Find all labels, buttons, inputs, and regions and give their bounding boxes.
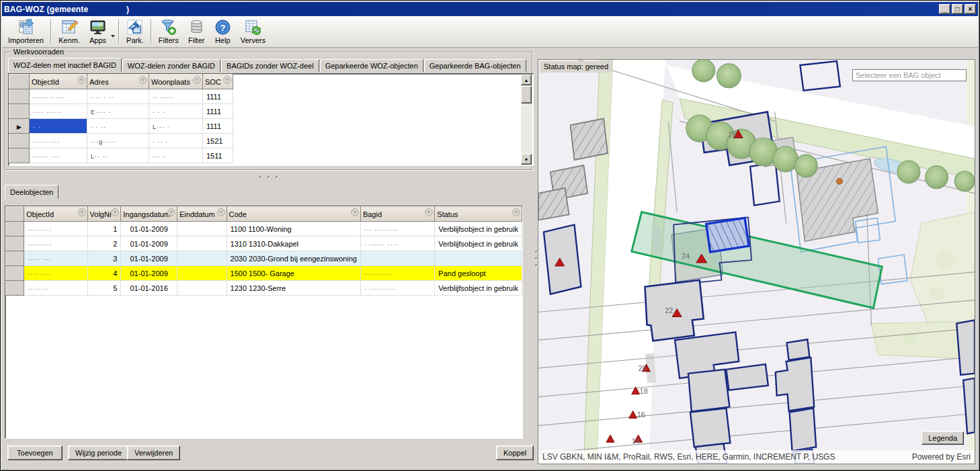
- scroll-down-icon[interactable]: ▼: [521, 154, 532, 165]
- arrow-up-right-icon: [126, 19, 143, 36]
- tab-geparkeerde-woz-objecten[interactable]: Geparkeerde WOZ-objecten: [320, 59, 423, 72]
- column-header-soc[interactable]: SOC: [203, 75, 233, 89]
- column-filter-icon[interactable]: [193, 76, 201, 84]
- table-pencil-icon: [61, 19, 78, 36]
- table-row[interactable]: ········· 2 01-01-2009 1310 1310-Dakkape…: [6, 237, 522, 251]
- column-filter-icon[interactable]: [78, 208, 86, 216]
- table-row[interactable]: ······ ··· L·· ·· ··· · 1511: [9, 148, 233, 163]
- map-attribution: LSV GBKN, MIN I&M, ProRail, RWS, Esri, H…: [538, 450, 975, 464]
- filters-button[interactable]: Filters: [154, 17, 183, 46]
- monitor-icon: [89, 19, 106, 36]
- column-header-status[interactable]: Status: [435, 207, 522, 222]
- svg-text:24: 24: [682, 252, 690, 260]
- column-header-einddatum[interactable]: Einddatum: [177, 207, 227, 222]
- table-row[interactable]: ········· 1 01-01-2009 1100 1100-Woning …: [6, 222, 522, 237]
- table-row[interactable]: ········ 5 01-01-2016 1230 1230-Serre · …: [6, 281, 522, 296]
- column-header-woonplaats[interactable]: Woonplaats: [149, 75, 203, 89]
- column-filter-icon[interactable]: [425, 208, 433, 216]
- close-button[interactable]: ×: [965, 4, 976, 14]
- table-row-highlighted[interactable]: ···· ···· 4 01-01-2009 1500 1500- Garage…: [6, 266, 522, 281]
- apps-dropdown-icon[interactable]: [111, 35, 115, 38]
- horizontal-splitter[interactable]: [5, 174, 532, 179]
- werkvoorraden-grid: ObjectId Adres Woonplaats SOC ·····: [8, 73, 534, 166]
- window-title: BAG-WOZ (gemeente ): [4, 5, 129, 14]
- column-filter-icon[interactable]: [167, 208, 175, 216]
- title-bar[interactable]: BAG-WOZ (gemeente ) _ □ ×: [2, 2, 978, 16]
- column-header-objectid[interactable]: ObjectId: [24, 207, 87, 222]
- svg-text:22: 22: [665, 306, 673, 314]
- bag-object-search-input[interactable]: [852, 69, 967, 81]
- toolbar-button-label: Filter: [188, 36, 204, 44]
- legenda-button[interactable]: Legenda: [922, 431, 964, 445]
- parkeren-button[interactable]: Park.: [122, 17, 149, 46]
- column-filter-icon[interactable]: [223, 76, 231, 84]
- vertical-scrollbar[interactable]: ▲ ▼: [521, 75, 532, 165]
- funnel-plus-icon: [160, 19, 177, 36]
- column-filter-icon[interactable]: [77, 76, 85, 84]
- toolbar-button-label: Apps: [89, 36, 106, 44]
- column-header-ingangsdatum[interactable]: Ingangsdatum: [121, 207, 177, 222]
- left-panel: Werkvoorraden WOZ-delen met inactief BAG…: [2, 48, 534, 469]
- column-header-bagid[interactable]: Bagid: [360, 207, 434, 222]
- importeren-button[interactable]: Importeren: [3, 17, 48, 46]
- selected-building[interactable]: [706, 218, 749, 252]
- toolbar-separator: [50, 19, 52, 44]
- wijzig-periode-button[interactable]: Wijzig periode: [68, 445, 129, 460]
- column-header-volgnr[interactable]: VolgNr: [87, 207, 121, 222]
- table-row[interactable]: ····· ··· 3 01-01-2009 2030 2030-Grond b…: [6, 251, 522, 266]
- werkvoorraden-table: ObjectId Adres Woonplaats SOC ·····: [9, 74, 233, 163]
- database-icon: [188, 19, 205, 36]
- column-header-objectid[interactable]: ObjectId: [30, 75, 87, 89]
- column-header-code[interactable]: Code: [227, 207, 360, 222]
- verwijderen-button[interactable]: Verwijderen: [127, 445, 180, 460]
- column-filter-icon[interactable]: [139, 76, 147, 84]
- svg-text:18: 18: [640, 387, 648, 395]
- column-filter-icon[interactable]: [111, 208, 119, 216]
- toolbar-separator: [118, 19, 120, 44]
- kenmerken-button[interactable]: Kenm.: [54, 17, 85, 46]
- help-button[interactable]: ? Help: [210, 17, 236, 46]
- minimize-button[interactable]: _: [939, 4, 950, 14]
- column-header-adres[interactable]: Adres: [87, 75, 149, 89]
- powered-by-esri: Powered by Esri: [912, 452, 971, 462]
- scroll-up-icon[interactable]: ▲: [521, 75, 532, 85]
- map-status-label: Status map: gereed: [540, 61, 612, 73]
- table-row[interactable]: ········ ··· · ·· · ·· ·· ····· 1111: [9, 89, 233, 104]
- tab-geparkeerde-bag-objecten[interactable]: Geparkeerde BAG-objecten: [424, 59, 526, 72]
- svg-text:20: 20: [639, 364, 647, 372]
- map-canvas[interactable]: 26 24 22 20 18 16 14: [538, 60, 975, 464]
- koppel-button[interactable]: Koppel: [496, 445, 534, 460]
- toolbar-separator: [151, 19, 152, 44]
- column-filter-icon[interactable]: [351, 208, 359, 216]
- tab-woz-delen-met-inactief-bagid[interactable]: WOZ-delen met inactief BAGID: [8, 58, 122, 72]
- header-row: ObjectId VolgNr Ingangsdatum Einddatum C…: [6, 207, 522, 222]
- column-filter-icon[interactable]: [512, 208, 520, 216]
- apps-button[interactable]: Apps: [85, 17, 111, 46]
- svg-text:14: 14: [632, 437, 640, 445]
- tab-deelobjecten[interactable]: Deelobjecten: [5, 185, 58, 199]
- column-filter-icon[interactable]: [217, 208, 225, 216]
- scrollbar-thumb[interactable]: [521, 86, 532, 103]
- toolbar-button-label: Park.: [126, 36, 144, 44]
- table-row-selected[interactable]: ▶ · · · · ·· L··· · 1111: [9, 119, 233, 134]
- table-row[interactable]: ···· ······ E···· · · · · 1111: [9, 104, 233, 119]
- filter-button[interactable]: Filter: [183, 17, 210, 46]
- toolbar-button-label: Kenm.: [58, 36, 80, 44]
- tab-bagids-zonder-woz-deel[interactable]: BAGIDs zonder WOZ-deel: [221, 59, 319, 72]
- maximize-button[interactable]: □: [952, 4, 963, 14]
- groupbox-label: Werkvoorraden: [11, 48, 67, 56]
- svg-text:?: ?: [220, 22, 225, 32]
- ververs-button[interactable]: Ververs: [236, 17, 270, 46]
- building-left-edge[interactable]: [544, 224, 581, 294]
- attribution-text: LSV GBKN, MIN I&M, ProRail, RWS, Esri, H…: [542, 452, 835, 462]
- toolbar-button-label: Filters: [159, 36, 179, 44]
- svg-text:16: 16: [637, 411, 645, 419]
- toevoegen-button[interactable]: Toevoegen: [7, 445, 63, 460]
- app-window: BAG-WOZ (gemeente ) _ □ × Importeren: [0, 0, 980, 471]
- tab-woz-delen-zonder-bagid[interactable]: WOZ-delen zonder BAGID: [122, 59, 220, 72]
- toolbar: Importeren Kenm.: [2, 16, 978, 48]
- toolbar-button-label: Importeren: [8, 36, 44, 44]
- map-panel[interactable]: 26 24 22 20 18 16 14 Status map: gereed …: [538, 59, 975, 464]
- import-icon: [17, 19, 34, 36]
- table-row[interactable]: ·········· ···g····· · ·· · 1521: [9, 134, 233, 148]
